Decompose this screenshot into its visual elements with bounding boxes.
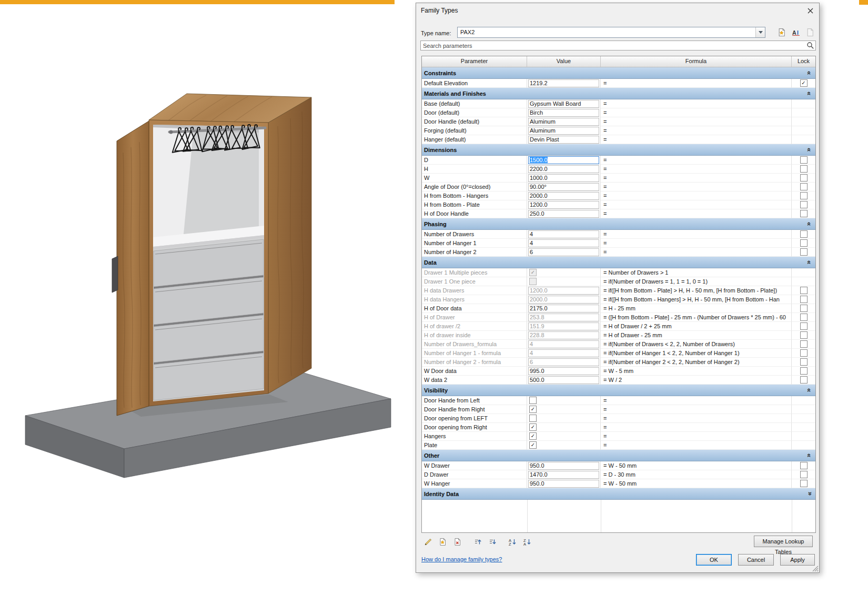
param-cell[interactable]: D Drawer <box>422 470 527 479</box>
value-cell[interactable]: ✓ <box>527 268 601 277</box>
param-cell[interactable]: W Hanger <box>422 479 527 488</box>
param-cell[interactable]: Door (default) <box>422 108 527 117</box>
formula-cell[interactable]: = H of Drawer / 2 + 25 mm <box>601 322 792 331</box>
param-cell[interactable]: Drawer 1 Multiple pieces <box>422 268 527 277</box>
table-row[interactable]: H from Bottom - Plate1200.0= <box>422 200 815 209</box>
value-cell[interactable]: ✓ <box>527 432 601 441</box>
value-editbox[interactable]: Gypsum Wall Board <box>528 100 599 108</box>
value-checkbox[interactable]: ✓ <box>529 406 537 413</box>
value-editbox[interactable]: 2000.0 <box>528 192 599 200</box>
lock-checkbox[interactable] <box>800 358 808 366</box>
section-header-phasing[interactable]: Phasing« <box>422 218 815 230</box>
move-parameter-down-button[interactable] <box>487 536 498 548</box>
value-cell[interactable]: Gypsum Wall Board <box>527 99 601 108</box>
value-editbox[interactable]: 90.00° <box>528 183 599 191</box>
help-link[interactable]: How do I manage family types? <box>421 556 502 562</box>
section-header-materials-and-finishes[interactable]: Materials and Finishes« <box>422 88 815 99</box>
formula-cell[interactable]: = W - 50 mm <box>601 461 792 470</box>
column-header-parameter[interactable]: Parameter <box>422 56 527 67</box>
formula-cell[interactable]: = D - 30 mm <box>601 470 792 479</box>
param-cell[interactable]: H of drawer /2 <box>422 322 527 331</box>
formula-cell[interactable]: = <box>601 248 792 257</box>
value-cell[interactable] <box>527 414 601 423</box>
table-row[interactable]: D1500.0= <box>422 156 815 165</box>
value-cell[interactable]: ✓ <box>527 405 601 414</box>
formula-cell[interactable]: = W - 50 mm <box>601 479 792 488</box>
lock-checkbox[interactable] <box>800 210 808 217</box>
table-row[interactable]: Door Handle from Right✓= <box>422 405 815 414</box>
table-row[interactable]: Number of Hanger 14= <box>422 239 815 248</box>
param-cell[interactable]: Door Handle from Right <box>422 405 527 414</box>
param-cell[interactable]: Number of Drawers_formula <box>422 340 527 349</box>
value-editbox[interactable]: 1000.0 <box>528 174 599 182</box>
value-cell[interactable]: 1470.0 <box>527 470 601 479</box>
formula-cell[interactable]: = <box>601 79 792 88</box>
formula-cell[interactable]: = <box>601 414 792 423</box>
rename-type-button[interactable]: AI <box>790 26 802 38</box>
value-checkbox[interactable]: ✓ <box>529 423 537 431</box>
formula-cell[interactable]: = <box>601 135 792 144</box>
formula-cell[interactable]: = <box>601 191 792 200</box>
formula-cell[interactable]: = if(Number of Drawers = 1, 1 = 1, 0 = 1… <box>601 277 792 286</box>
value-editbox[interactable]: 228.8 <box>528 331 599 339</box>
table-row[interactable]: Number of Drawers4= <box>422 230 815 239</box>
param-cell[interactable]: H from Bottom - Hangers <box>422 191 527 200</box>
table-row[interactable]: Plate✓= <box>422 441 815 450</box>
table-row[interactable]: Door Handle (default)Aluminum= <box>422 117 815 126</box>
table-row[interactable]: Door opening from LEFT= <box>422 414 815 423</box>
new-parameter-button[interactable] <box>437 536 449 548</box>
value-cell[interactable]: 2000.0 <box>527 191 601 200</box>
table-row[interactable]: Door Hande from Left= <box>422 396 815 405</box>
value-editbox[interactable]: Aluminum <box>528 118 599 126</box>
table-row[interactable]: D Drawer1470.0= D - 30 mm <box>422 470 815 479</box>
table-row[interactable]: Forging (default)Aluminum= <box>422 126 815 135</box>
value-editbox[interactable]: 250.0 <box>528 210 599 218</box>
resize-grip[interactable] <box>812 565 819 572</box>
table-row[interactable]: Base (default)Gypsum Wall Board= <box>422 99 815 108</box>
value-cell[interactable]: 1200.0 <box>527 200 601 209</box>
section-header-identity-data[interactable]: Identity Data« <box>422 488 815 500</box>
value-cell[interactable]: Devin Plast <box>527 135 601 144</box>
lock-checkbox[interactable] <box>800 305 808 312</box>
formula-cell[interactable]: = <box>601 230 792 239</box>
formula-cell[interactable]: = <box>601 441 792 450</box>
lock-checkbox[interactable] <box>800 471 808 478</box>
collapse-chevron-icon[interactable]: « <box>805 453 813 457</box>
value-editbox[interactable]: 6 <box>528 248 599 256</box>
lock-checkbox[interactable] <box>800 314 808 321</box>
move-parameter-up-button[interactable] <box>472 536 483 548</box>
param-cell[interactable]: Forging (default) <box>422 126 527 135</box>
value-cell[interactable]: 1200.0 <box>527 286 601 295</box>
formula-cell[interactable]: = Number of Drawers > 1 <box>601 268 792 277</box>
value-editbox[interactable]: 950.0 <box>528 480 599 488</box>
lock-checkbox[interactable] <box>800 376 808 384</box>
table-row[interactable]: Number of Hanger 2 - formula6= if(Number… <box>422 358 815 367</box>
lock-checkbox[interactable] <box>800 296 808 303</box>
value-cell[interactable]: 151.9 <box>527 322 601 331</box>
param-cell[interactable]: Drawer 1 One piece <box>422 277 527 286</box>
lock-checkbox[interactable]: ✓ <box>800 79 808 87</box>
lock-checkbox[interactable] <box>800 248 808 256</box>
value-cell[interactable]: 2200.0 <box>527 165 601 174</box>
apply-button[interactable]: Apply <box>780 554 815 566</box>
table-row[interactable]: W Drawer950.0= W - 50 mm <box>422 461 815 470</box>
value-checkbox[interactable] <box>529 397 537 404</box>
table-row[interactable]: H data Hangers2000.0= if([H from Bottom … <box>422 295 815 304</box>
value-editbox[interactable]: 500.0 <box>528 376 599 384</box>
value-editbox[interactable]: 2200.0 <box>528 165 599 173</box>
delete-parameter-button[interactable] <box>452 536 463 548</box>
lock-checkbox[interactable] <box>800 201 808 208</box>
value-cell[interactable]: 1000.0 <box>527 174 601 183</box>
formula-cell[interactable]: = if(Number of Hanger 2 < 2, 2, Number o… <box>601 358 792 367</box>
value-editbox[interactable]: 4 <box>528 230 599 238</box>
section-header-other[interactable]: Other« <box>422 450 815 461</box>
dialog-titlebar[interactable]: Family Types <box>416 3 819 18</box>
value-editbox[interactable]: 1200.0 <box>528 287 599 295</box>
value-editbox[interactable]: 1470.0 <box>528 471 599 479</box>
value-editbox[interactable]: 2175.0 <box>528 305 599 312</box>
table-row[interactable]: H data Drawers1200.0= if([H from Bottom … <box>422 286 815 295</box>
value-editbox[interactable]: 1219.2 <box>528 79 599 87</box>
value-editbox[interactable]: 4 <box>528 340 599 348</box>
param-cell[interactable]: Base (default) <box>422 99 527 108</box>
collapse-chevron-icon[interactable]: « <box>805 148 813 152</box>
